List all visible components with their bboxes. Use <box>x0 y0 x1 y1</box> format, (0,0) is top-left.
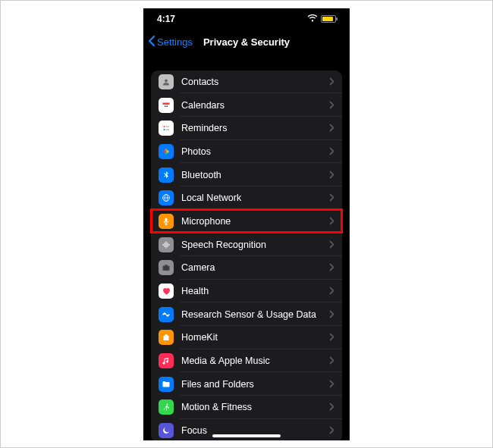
row-photos[interactable]: Photos <box>151 140 342 164</box>
row-bluetooth[interactable]: Bluetooth <box>151 163 342 186</box>
row-label: Reminders <box>181 123 329 133</box>
row-label: Microphone <box>181 216 329 227</box>
row-localnetwork[interactable]: Local Network <box>151 186 342 210</box>
row-label: Health <box>181 286 329 296</box>
svg-rect-4 <box>167 105 168 107</box>
svg-point-6 <box>164 126 165 127</box>
row-label: Local Network <box>181 193 329 203</box>
camera-icon <box>159 260 174 275</box>
row-label: Contacts <box>181 77 329 87</box>
status-bar: 4:17 <box>143 8 350 30</box>
row-camera[interactable]: Camera <box>151 256 342 280</box>
nav-bar: Settings Privacy & Security <box>143 30 350 55</box>
research-icon <box>159 307 174 322</box>
svg-point-29 <box>162 314 164 315</box>
row-label: Files and Folders <box>181 379 329 390</box>
row-health[interactable]: Health <box>151 280 342 303</box>
svg-rect-3 <box>165 105 166 107</box>
settings-list: ContactsCalendarsRemindersPhotosBluetoot… <box>151 70 342 440</box>
bluetooth-icon <box>159 168 174 183</box>
svg-rect-22 <box>166 241 167 248</box>
chevron-right-icon <box>329 192 334 204</box>
reminders-icon <box>159 121 174 136</box>
chevron-right-icon <box>329 355 334 367</box>
chevron-right-icon <box>329 401 334 413</box>
photos-icon <box>159 144 174 159</box>
network-icon <box>159 190 174 205</box>
row-calendars[interactable]: Calendars <box>151 93 342 117</box>
phone-screen: 4:17 Settings Privacy & Security Contact… <box>143 8 350 440</box>
waveform-icon <box>159 237 174 252</box>
row-research[interactable]: Research Sensor & Usage Data <box>151 302 342 326</box>
chevron-right-icon <box>329 378 334 390</box>
row-label: Media & Apple Music <box>181 356 329 366</box>
svg-point-31 <box>167 404 168 406</box>
row-label: Calendars <box>181 100 329 111</box>
chevron-right-icon <box>329 146 334 158</box>
svg-rect-20 <box>163 244 164 246</box>
svg-rect-9 <box>166 130 170 130</box>
folder-icon <box>159 377 174 392</box>
status-right <box>307 14 336 23</box>
svg-rect-17 <box>165 218 168 222</box>
row-reminders[interactable]: Reminders <box>151 117 342 140</box>
chevron-right-icon <box>329 76 334 88</box>
chevron-right-icon <box>329 425 334 437</box>
svg-point-7 <box>164 129 165 130</box>
content: ContactsCalendarsRemindersPhotosBluetoot… <box>143 55 350 440</box>
back-button[interactable]: Settings <box>148 35 193 50</box>
svg-rect-5 <box>162 124 170 132</box>
home-indicator[interactable] <box>212 434 281 437</box>
row-files[interactable]: Files and Folders <box>151 372 342 396</box>
contacts-icon <box>159 74 174 89</box>
row-label: Photos <box>181 146 329 157</box>
battery-icon <box>321 15 336 23</box>
chevron-left-icon <box>148 35 155 50</box>
row-homekit[interactable]: HomeKit <box>151 326 342 349</box>
back-label: Settings <box>157 36 193 48</box>
chevron-right-icon <box>329 262 334 274</box>
wifi-icon <box>307 14 318 23</box>
microphone-icon <box>159 214 174 229</box>
status-time: 4:17 <box>157 14 175 24</box>
chevron-right-icon <box>329 215 334 227</box>
svg-rect-24 <box>169 244 170 246</box>
svg-rect-23 <box>168 243 168 247</box>
row-motion[interactable]: Motion & Fitness <box>151 396 342 419</box>
chevron-right-icon <box>329 239 334 251</box>
svg-point-13 <box>163 150 166 153</box>
chevron-right-icon <box>329 309 334 321</box>
row-label: Research Sensor & Usage Data <box>181 309 329 320</box>
row-label: Camera <box>181 262 329 273</box>
music-icon <box>159 353 174 368</box>
page-title: Privacy & Security <box>203 36 290 48</box>
svg-point-30 <box>168 314 170 315</box>
svg-rect-2 <box>163 102 170 105</box>
chevron-right-icon <box>329 122 334 134</box>
row-media[interactable]: Media & Apple Music <box>151 349 342 373</box>
svg-point-0 <box>165 79 168 82</box>
row-label: Speech Recognition <box>181 240 329 250</box>
row-contacts[interactable]: Contacts <box>151 70 342 94</box>
chevron-right-icon <box>329 169 334 181</box>
row-label: Motion & Fitness <box>181 402 329 412</box>
svg-rect-28 <box>165 265 168 266</box>
row-label: HomeKit <box>181 332 329 343</box>
motion-icon <box>159 399 174 415</box>
heart-icon <box>159 284 174 299</box>
chevron-right-icon <box>329 99 334 111</box>
svg-point-27 <box>165 268 167 269</box>
chevron-right-icon <box>329 331 334 343</box>
row-label: Bluetooth <box>181 170 329 180</box>
moon-icon <box>159 423 174 438</box>
svg-rect-21 <box>165 243 165 247</box>
row-microphone[interactable]: Microphone <box>151 210 342 233</box>
calendar-icon <box>159 98 174 113</box>
chevron-right-icon <box>329 285 334 297</box>
home-icon <box>159 330 174 345</box>
row-speech[interactable]: Speech Recognition <box>151 233 342 256</box>
svg-rect-8 <box>166 127 170 127</box>
